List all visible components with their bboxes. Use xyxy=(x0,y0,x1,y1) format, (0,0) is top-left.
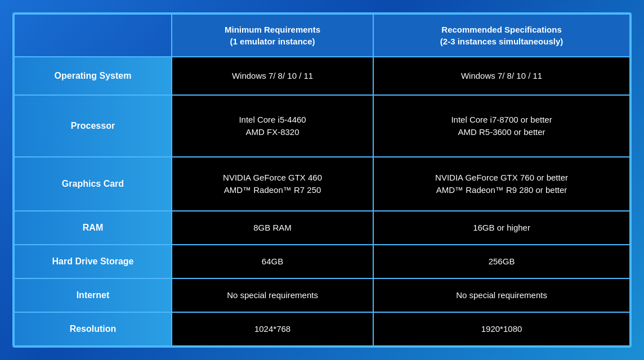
row-label-graphics-card: Graphics Card xyxy=(14,157,172,211)
row-minimum-operating-system: Windows 7/ 8/ 10 / 11 xyxy=(172,57,373,95)
table-row-ram: RAM8GB RAM16GB or higher xyxy=(14,211,630,245)
row-recommended-internet: No special requirements xyxy=(373,278,630,312)
row-recommended-graphics-card: NVIDIA GeForce GTX 760 or better AMD™ Ra… xyxy=(373,157,630,211)
table-header-row: Minimum Requirements (1 emulator instanc… xyxy=(14,14,630,57)
row-label-hard-drive-storage: Hard Drive Storage xyxy=(14,245,172,278)
header-category xyxy=(14,14,172,57)
table-row-hard-drive-storage: Hard Drive Storage64GB256GB xyxy=(14,245,630,278)
row-label-resolution: Resolution xyxy=(14,312,172,346)
row-recommended-hard-drive-storage: 256GB xyxy=(373,245,630,278)
row-recommended-resolution: 1920*1080 xyxy=(373,312,630,346)
specs-table: Minimum Requirements (1 emulator instanc… xyxy=(14,14,630,346)
row-minimum-graphics-card: NVIDIA GeForce GTX 460 AMD™ Radeon™ R7 2… xyxy=(172,157,373,211)
table-row-resolution: Resolution1024*7681920*1080 xyxy=(14,312,630,346)
table-row-graphics-card: Graphics CardNVIDIA GeForce GTX 460 AMD™… xyxy=(14,157,630,211)
row-minimum-hard-drive-storage: 64GB xyxy=(172,245,373,278)
row-minimum-processor: Intel Core i5-4460 AMD FX-8320 xyxy=(172,95,373,157)
specs-table-container: Minimum Requirements (1 emulator instanc… xyxy=(12,12,632,348)
row-minimum-resolution: 1024*768 xyxy=(172,312,373,346)
row-minimum-ram: 8GB RAM xyxy=(172,211,373,245)
table-row-internet: InternetNo special requirementsNo specia… xyxy=(14,278,630,312)
header-minimum: Minimum Requirements (1 emulator instanc… xyxy=(172,14,373,57)
row-label-internet: Internet xyxy=(14,278,172,312)
row-minimum-internet: No special requirements xyxy=(172,278,373,312)
row-recommended-ram: 16GB or higher xyxy=(373,211,630,245)
row-label-ram: RAM xyxy=(14,211,172,245)
table-row-processor: ProcessorIntel Core i5-4460 AMD FX-8320I… xyxy=(14,95,630,157)
row-label-processor: Processor xyxy=(14,95,172,157)
header-recommended: Recommended Specifications (2-3 instance… xyxy=(373,14,630,57)
row-recommended-processor: Intel Core i7-8700 or better AMD R5-3600… xyxy=(373,95,630,157)
row-label-operating-system: Operating System xyxy=(14,57,172,95)
row-recommended-operating-system: Windows 7/ 8/ 10 / 11 xyxy=(373,57,630,95)
table-row-operating-system: Operating SystemWindows 7/ 8/ 10 / 11Win… xyxy=(14,57,630,95)
